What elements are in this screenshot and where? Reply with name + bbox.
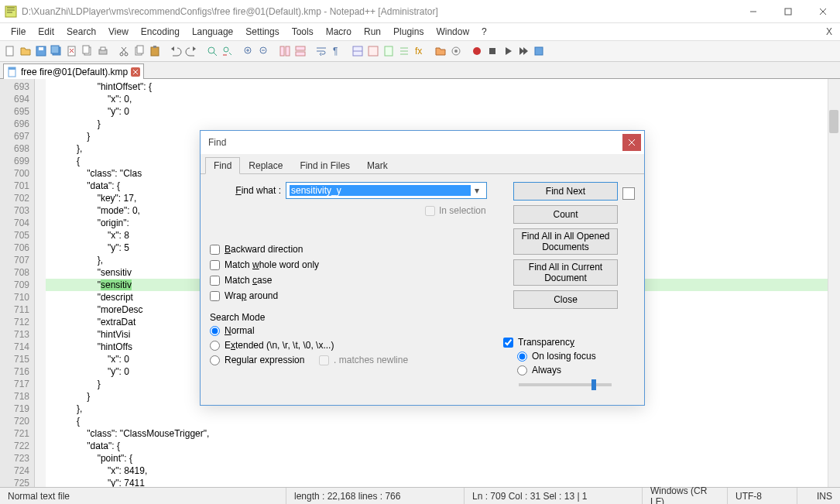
file-icon: [7, 67, 18, 77]
sync-v-icon[interactable]: [278, 44, 292, 58]
play-multi-icon[interactable]: [516, 44, 530, 58]
maximize-button[interactable]: [770, 0, 805, 23]
redo-icon[interactable]: [184, 44, 198, 58]
find-what-value: sensitivity_y: [290, 185, 471, 196]
matches-newline-checkbox: [319, 355, 329, 365]
close-button[interactable]: [805, 0, 840, 23]
title-bar: D:\XuanZhi\LDPlayer\vms\recommendConfigs…: [0, 0, 840, 23]
menu-search[interactable]: Search: [60, 25, 102, 39]
svg-text:¶: ¶: [333, 46, 338, 57]
find-tab-findinfiles[interactable]: Find in Files: [291, 157, 358, 174]
find-dialog: Find Find Replace Find in Files Mark Fin…: [200, 130, 645, 406]
sync-h-icon[interactable]: [293, 44, 307, 58]
menu-macro[interactable]: Macro: [320, 25, 358, 39]
menu-tools[interactable]: Tools: [286, 25, 320, 39]
svg-point-27: [224, 47, 228, 52]
save-icon[interactable]: [34, 44, 48, 58]
mode-normal-radio[interactable]: Normal: [210, 325, 635, 336]
trans-onlosing-radio[interactable]: On losing focus: [517, 351, 635, 362]
status-eol: Windows (CR LF): [643, 488, 728, 504]
svg-line-26: [214, 53, 217, 56]
find-tab-find[interactable]: Find: [205, 157, 240, 174]
svg-rect-9: [51, 46, 59, 53]
in-selection-label: In selection: [439, 205, 486, 216]
menu-run[interactable]: Run: [358, 25, 387, 39]
svg-rect-22: [137, 46, 143, 53]
udl-icon[interactable]: [366, 44, 380, 58]
func-list-icon[interactable]: fx: [413, 44, 427, 58]
svg-text:fx: fx: [415, 46, 422, 57]
menubar-close-icon[interactable]: X: [818, 26, 840, 37]
find-tabs: Find Replace Find in Files Mark: [201, 156, 644, 174]
svg-rect-33: [280, 46, 284, 56]
find-close-button[interactable]: [622, 134, 641, 151]
menu-bar: File Edit Search View Encoding Language …: [0, 23, 840, 40]
undo-icon[interactable]: [169, 44, 183, 58]
minimize-button[interactable]: [735, 0, 770, 23]
in-selection-checkbox: [425, 206, 435, 216]
close-file-icon[interactable]: [65, 44, 79, 58]
find-icon[interactable]: [205, 44, 219, 58]
replace-icon[interactable]: [221, 44, 235, 58]
tab-close-icon[interactable]: [131, 67, 140, 77]
trans-always-radio[interactable]: Always: [517, 365, 635, 375]
svg-rect-7: [39, 47, 43, 50]
paste-icon[interactable]: [148, 44, 162, 58]
menu-view[interactable]: View: [102, 25, 135, 39]
stop-macro-icon[interactable]: [485, 44, 499, 58]
tab-label: free fire@01(Default).kmp: [21, 67, 128, 77]
slider-knob[interactable]: [591, 379, 596, 390]
close-all-icon[interactable]: [81, 44, 94, 58]
save-macro-icon[interactable]: [532, 44, 546, 58]
find-all-current-button[interactable]: Find All in Current Document: [513, 259, 618, 286]
menu-settings[interactable]: Settings: [239, 25, 285, 39]
menu-language[interactable]: Language: [186, 25, 239, 39]
fold-column: [35, 79, 46, 487]
chevron-down-icon[interactable]: ▾: [471, 185, 483, 196]
find-dialog-titlebar[interactable]: Find: [201, 131, 644, 154]
doc-map-icon[interactable]: [382, 44, 396, 58]
play-macro-icon[interactable]: [501, 44, 515, 58]
zoom-out-icon[interactable]: [257, 44, 271, 58]
find-tab-replace[interactable]: Replace: [240, 157, 291, 174]
menu-window[interactable]: Window: [430, 25, 475, 39]
find-all-opened-button[interactable]: Find All in All Opened Documents: [513, 228, 618, 255]
svg-rect-34: [286, 46, 290, 56]
folder-workspace-icon[interactable]: [434, 44, 447, 58]
find-next-direction-checkbox[interactable]: [622, 187, 635, 200]
save-all-icon[interactable]: [50, 44, 63, 58]
transparency-slider[interactable]: [519, 383, 612, 386]
menu-edit[interactable]: Edit: [32, 25, 60, 39]
status-filetype: Normal text file: [0, 488, 286, 504]
vertical-scrollbar[interactable]: [828, 79, 840, 487]
svg-point-17: [120, 53, 123, 56]
find-what-input[interactable]: sensitivity_y ▾: [286, 182, 487, 199]
count-button[interactable]: Count: [513, 205, 618, 224]
open-folder-icon[interactable]: [19, 44, 33, 58]
print-icon[interactable]: [96, 44, 110, 58]
menu-help[interactable]: ?: [475, 25, 493, 39]
cut-icon[interactable]: [117, 44, 131, 58]
menu-encoding[interactable]: Encoding: [135, 25, 186, 39]
menu-plugins[interactable]: Plugins: [387, 25, 430, 39]
zoom-in-icon[interactable]: [242, 44, 255, 58]
indent-guide-icon[interactable]: [351, 44, 365, 58]
svg-rect-49: [489, 48, 495, 54]
copy-icon[interactable]: [132, 44, 146, 58]
tab-active[interactable]: free fire@01(Default).kmp: [3, 63, 144, 79]
transparency-checkbox[interactable]: Transparency: [503, 337, 635, 348]
find-what-label: Find what :: [210, 185, 286, 196]
doc-list-icon[interactable]: [397, 44, 411, 58]
wordwrap-icon[interactable]: [314, 44, 328, 58]
new-file-icon[interactable]: [3, 44, 17, 58]
monitoring-icon[interactable]: [449, 44, 463, 58]
scrollbar-thumb[interactable]: [829, 110, 838, 133]
find-tab-mark[interactable]: Mark: [358, 157, 396, 174]
record-macro-icon[interactable]: [470, 44, 484, 58]
show-all-chars-icon[interactable]: ¶: [330, 44, 344, 58]
svg-rect-23: [151, 47, 159, 56]
find-close-btn[interactable]: Close: [513, 290, 618, 309]
document-tabs: free fire@01(Default).kmp: [0, 62, 840, 79]
menu-file[interactable]: File: [5, 25, 32, 39]
find-next-button[interactable]: Find Next: [513, 182, 618, 201]
